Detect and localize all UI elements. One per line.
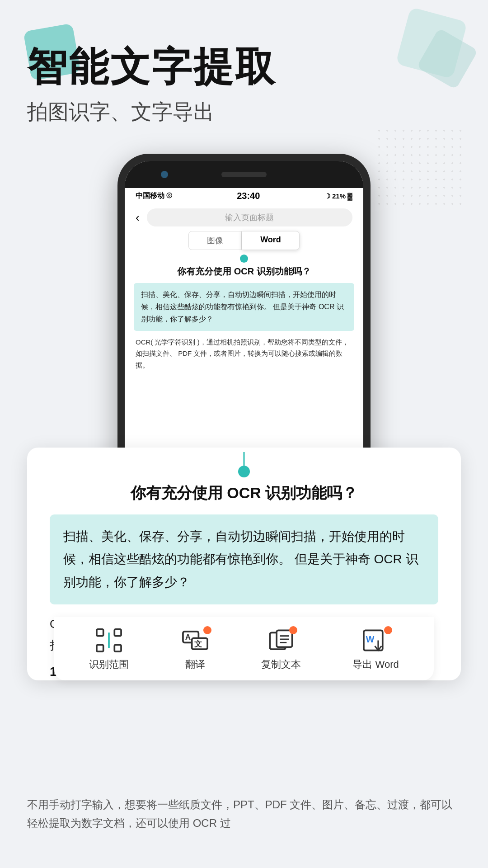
moon-icon: ☽ [324, 192, 330, 200]
tab-word[interactable]: Word [242, 231, 300, 250]
tab-image[interactable]: 图像 [188, 231, 242, 250]
toolbar-translate[interactable]: A 文 翻译 [181, 628, 210, 671]
expanded-card: 你有充分使用 OCR 识别功能吗？ 扫描、美化、保存、分享，自动切边瞬间扫描，开… [27, 448, 461, 680]
svg-rect-0 [97, 629, 103, 636]
export-label: 导出 Word [352, 658, 399, 671]
svg-rect-1 [115, 629, 122, 636]
sub-title: 拍图识字、文字导出 [27, 98, 461, 126]
copy-icon [267, 628, 296, 653]
battery: ☽ 21% ▓ [324, 192, 352, 200]
card-highlight: 扫描、美化、保存、分享，自动切边瞬间扫描，开始使用的时候，相信这些酷炫的功能都有… [50, 514, 438, 604]
phone-ocr-title: 你有充分使用 OCR 识别功能吗？ [134, 265, 354, 278]
phone-outer: 中国移动 ⦾ 23:40 ☽ 21% ▓ ‹ 输入页面标题 图像 Word [117, 154, 371, 497]
status-bar: 中国移动 ⦾ 23:40 ☽ 21% ▓ [125, 188, 363, 204]
phone-speaker [221, 172, 267, 177]
translate-icon: A 文 [181, 628, 210, 653]
bottom-text: 不用手动打字输入，想要将一些纸质文件，PPT、PDF 文件、图片、备忘、过渡，都… [27, 796, 461, 833]
svg-text:文: 文 [194, 639, 202, 648]
svg-rect-2 [97, 645, 103, 652]
phone-normal-text: OCR( 光学字符识别 )，通过相机拍照识别，帮助您将不同类型的文件，如扫描文件… [134, 336, 354, 371]
scan-icon [94, 628, 123, 653]
card-title: 你有充分使用 OCR 识别功能吗？ [50, 483, 438, 504]
timeline-line [244, 452, 245, 475]
dot-pattern [375, 127, 465, 208]
carrier: 中国移动 ⦾ [136, 191, 172, 201]
header-section: 智能文字提取 拍图识字、文字导出 [27, 45, 461, 126]
scan-label: 识别范围 [89, 658, 129, 671]
bottom-toolbar: 识别范围 A 文 翻译 [54, 617, 434, 680]
main-title: 智能文字提取 [27, 45, 461, 89]
phone-highlight: 扫描、美化、保存、分享，自动切边瞬间扫描，开始使用的时候，相信这些酷炫的功能都有… [134, 283, 354, 331]
export-icon: W [361, 628, 390, 653]
svg-text:A: A [185, 633, 190, 642]
app-header: ‹ 输入页面标题 [125, 204, 363, 231]
copy-label: 复制文本 [261, 658, 301, 671]
export-badge [384, 626, 392, 634]
copy-badge [289, 626, 297, 634]
title-input[interactable]: 输入页面标题 [147, 208, 352, 226]
svg-rect-3 [115, 645, 122, 652]
phone-tabs: 图像 Word [125, 231, 363, 255]
translate-badge [203, 626, 211, 634]
toolbar-export[interactable]: W 导出 Word [352, 628, 399, 671]
translate-label: 翻译 [185, 658, 205, 671]
phone-mockup: 中国移动 ⦾ 23:40 ☽ 21% ▓ ‹ 输入页面标题 图像 Word [117, 154, 371, 497]
time: 23:40 [237, 191, 260, 201]
battery-text: 21% [332, 192, 346, 200]
back-arrow[interactable]: ‹ [136, 211, 140, 225]
toolbar-scan[interactable]: 识别范围 [89, 628, 129, 671]
phone-camera [161, 171, 168, 178]
svg-text:W: W [366, 635, 374, 645]
battery-icon: ▓ [347, 192, 352, 200]
phone-inner: 中国移动 ⦾ 23:40 ☽ 21% ▓ ‹ 输入页面标题 图像 Word [125, 161, 363, 490]
toolbar-copy[interactable]: 复制文本 [261, 628, 301, 671]
phone-top-bar [125, 161, 363, 188]
ocr-dot [240, 255, 248, 263]
